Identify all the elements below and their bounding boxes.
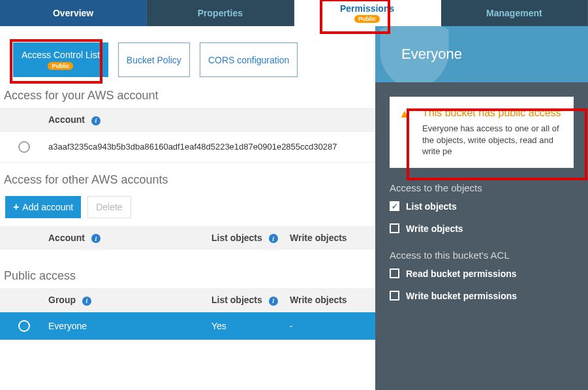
warning-box: ▲ This bucket has public access Everyone… bbox=[390, 97, 574, 168]
info-icon[interactable]: i bbox=[269, 234, 278, 243]
checkbox-read-bucket-permissions[interactable] bbox=[390, 268, 399, 278]
check-write-objects-row[interactable]: Write objects bbox=[390, 223, 574, 234]
right-panel-header: Everyone bbox=[375, 26, 588, 82]
subtab-bucket-policy[interactable]: Bucket Policy bbox=[118, 42, 190, 77]
pa-col-list: List objects i bbox=[211, 295, 290, 306]
check-read-bucket-row[interactable]: Read bucket permissions bbox=[390, 268, 574, 279]
main-wrap: Access Control List Public Bucket Policy… bbox=[0, 26, 588, 390]
delete-account-button: Delete bbox=[87, 196, 131, 218]
radio-account[interactable] bbox=[18, 141, 30, 153]
other-col-write-text: Write objects bbox=[290, 233, 347, 243]
pa-col-group: Group i bbox=[48, 295, 211, 306]
right-panel: Everyone ▲ This bucket has public access… bbox=[375, 26, 588, 390]
public-badge-acl: Public bbox=[48, 62, 73, 70]
pa-cell-list: Yes bbox=[211, 321, 290, 331]
pa-col-write-text: Write objects bbox=[290, 295, 347, 305]
col-account-label: Account i bbox=[48, 114, 375, 125]
info-icon[interactable]: i bbox=[91, 116, 101, 125]
public-access-row-everyone[interactable]: Everyone Yes - bbox=[0, 312, 375, 340]
right-panel-title: Everyone bbox=[401, 46, 462, 62]
top-tabs-bar: Overview Properties Permissions Public M… bbox=[0, 0, 588, 26]
add-account-button[interactable]: Add account bbox=[5, 196, 81, 218]
section-access-acl: Access to this bucket's ACL bbox=[390, 250, 574, 261]
section-title-public-access: Public access bbox=[0, 250, 375, 288]
check-write-bucket-row[interactable]: Write bucket permissions bbox=[390, 291, 574, 301]
other-col-write: Write objects bbox=[290, 233, 375, 244]
pa-cell-group: Everyone bbox=[48, 321, 211, 331]
other-accounts-header: Account i List objects i Write objects bbox=[0, 226, 375, 250]
pa-cell-write: - bbox=[290, 321, 375, 331]
check-list-objects-row[interactable]: List objects bbox=[390, 201, 574, 212]
info-icon[interactable]: i bbox=[91, 234, 101, 243]
checkbox-write-bucket-label: Write bucket permissions bbox=[406, 291, 517, 301]
pa-col-write: Write objects bbox=[290, 295, 375, 306]
other-col-account: Account i bbox=[48, 233, 211, 244]
section-access-objects: Access to the objects bbox=[390, 182, 574, 193]
checkbox-read-bucket-label: Read bucket permissions bbox=[406, 268, 517, 279]
public-access-header: Group i List objects i Write objects bbox=[0, 288, 375, 312]
account-id-value: a3aaf3235ca943b5b3dba86160adf1eaf48d5223… bbox=[48, 142, 337, 152]
subtab-acl[interactable]: Access Control List Public bbox=[13, 42, 108, 77]
pa-col-list-text: List objects bbox=[211, 295, 262, 305]
other-col-list-text: List objects bbox=[211, 233, 262, 243]
tab-overview[interactable]: Overview bbox=[0, 0, 147, 26]
tab-permissions-label: Permissions bbox=[340, 3, 394, 14]
account-table-header: Account i bbox=[0, 108, 375, 132]
subtab-bucket-policy-label: Bucket Policy bbox=[127, 55, 181, 65]
warning-body: Everyone has access to one or all of the… bbox=[422, 123, 563, 157]
section-title-other-accounts: Access for other AWS accounts bbox=[0, 163, 375, 192]
checkbox-list-objects-label: List objects bbox=[406, 201, 457, 212]
subtab-cors-label: CORS configuration bbox=[208, 55, 290, 65]
tab-properties[interactable]: Properties bbox=[147, 0, 294, 26]
left-column: Access Control List Public Bucket Policy… bbox=[0, 26, 375, 390]
tab-management-label: Management bbox=[486, 8, 542, 18]
tab-permissions[interactable]: Permissions Public bbox=[294, 0, 441, 26]
sub-tabs: Access Control List Public Bucket Policy… bbox=[0, 26, 375, 86]
warning-icon: ▲ bbox=[399, 107, 410, 121]
info-icon[interactable]: i bbox=[82, 297, 91, 306]
tab-overview-label: Overview bbox=[53, 8, 93, 18]
checkbox-list-objects[interactable] bbox=[390, 201, 399, 211]
subtab-acl-label: Access Control List bbox=[22, 50, 100, 60]
other-accounts-actions: Add account Delete bbox=[0, 192, 375, 226]
right-panel-body: ▲ This bucket has public access Everyone… bbox=[375, 82, 588, 327]
subtab-cors[interactable]: CORS configuration bbox=[200, 42, 298, 77]
public-badge: Public bbox=[354, 15, 380, 23]
info-icon[interactable]: i bbox=[269, 297, 278, 306]
checkbox-write-bucket-permissions[interactable] bbox=[390, 291, 399, 301]
account-row[interactable]: a3aaf3235ca943b5b3dba86160adf1eaf48d5223… bbox=[0, 132, 375, 163]
checkbox-write-objects[interactable] bbox=[390, 223, 399, 233]
tab-management[interactable]: Management bbox=[441, 0, 588, 26]
radio-everyone[interactable] bbox=[18, 320, 30, 332]
section-title-your-account: Access for your AWS account bbox=[0, 86, 375, 108]
other-col-list: List objects i bbox=[211, 233, 290, 244]
other-col-account-text: Account bbox=[48, 233, 85, 243]
warning-title: This bucket has public access bbox=[422, 107, 563, 119]
col-account-text: Account bbox=[48, 114, 85, 125]
tab-properties-label: Properties bbox=[198, 8, 243, 18]
pa-col-group-text: Group bbox=[48, 295, 76, 305]
checkbox-write-objects-label: Write objects bbox=[406, 223, 463, 234]
